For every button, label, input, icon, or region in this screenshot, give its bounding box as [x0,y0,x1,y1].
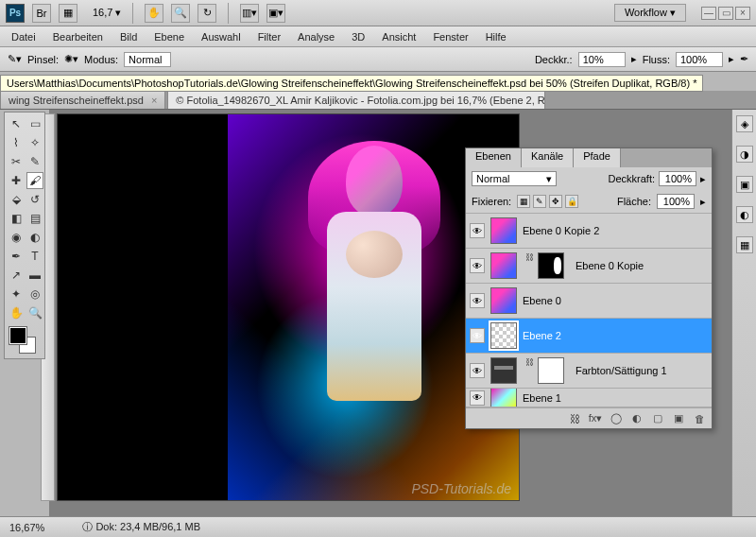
foreground-color-swatch[interactable] [9,327,26,344]
tab-close-icon[interactable]: × [151,95,157,106]
masks-panel-icon[interactable]: ▣ [736,176,753,193]
layer-row[interactable]: 👁 ⛓ Farbton/Sättigung 1 [466,354,712,389]
panel-tab-kanaele[interactable]: Kanäle [522,148,574,167]
document-tab[interactable]: wing Streifenscheineffekt.psd × [0,91,165,109]
menu-filter[interactable]: Filter [258,31,281,43]
zoom-combo[interactable]: 16,7 ▾ [93,7,121,19]
stamp-tool[interactable]: ⬙ [8,191,25,208]
adjustments-panel-icon[interactable]: ◑ [736,146,753,163]
blend-mode-select[interactable]: Normal▾ [472,171,557,186]
styles-panel-icon[interactable]: ◐ [736,206,753,223]
menu-ansicht[interactable]: Ansicht [382,31,416,43]
layer-name[interactable]: Ebene 0 [523,295,708,306]
status-doc-size[interactable]: ⓘ Dok: 23,4 MB/96,1 MB [82,520,200,534]
adjustment-layer-icon[interactable]: ◐ [630,412,644,425]
swatches-panel-icon[interactable]: ▦ [736,236,753,253]
opacity-input[interactable]: 100% [659,171,696,186]
brush-preset-icon[interactable]: ✎▾ [8,53,22,65]
layers-panel-icon[interactable]: ◈ [736,115,753,132]
layer-name[interactable]: Ebene 0 Kopie [576,260,708,271]
3d-camera-tool[interactable]: ◎ [26,286,43,303]
zoom-tool[interactable]: 🔍 [26,304,43,321]
new-layer-icon[interactable]: ▣ [672,412,685,425]
layer-name[interactable]: Ebene 1 [523,392,708,404]
layer-row[interactable]: 👁 Ebene 0 [466,284,712,319]
layer-name[interactable]: Ebene 2 [523,330,708,341]
bridge-icon[interactable]: Br [32,4,51,23]
lock-transparency-icon[interactable]: ▦ [517,195,530,208]
eyedropper-tool[interactable]: ✎ [26,153,43,170]
menu-analyse[interactable]: Analyse [298,31,335,43]
arrange-icon[interactable]: ▥▾ [240,4,259,23]
blend-mode-field[interactable]: Normal [124,52,171,67]
panel-tab-ebenen[interactable]: Ebenen [466,148,522,167]
menu-hilfe[interactable]: Hilfe [486,31,507,43]
close-button[interactable]: × [735,7,750,20]
layer-name[interactable]: Farbton/Sättigung 1 [576,365,708,376]
layer-thumbnail[interactable] [490,322,517,349]
airbrush-icon[interactable]: ✒ [740,53,748,65]
layer-style-icon[interactable]: fx▾ [589,412,602,425]
mask-thumbnail[interactable] [538,357,564,384]
layer-row[interactable]: 👁 Ebene 0 Kopie 2 [466,214,712,249]
minimize-button[interactable]: — [701,7,716,20]
3d-tool[interactable]: ✦ [8,286,25,303]
screen-mode-icon[interactable]: ▣▾ [266,4,285,23]
type-tool[interactable]: T [26,248,43,265]
crop-tool[interactable]: ✂ [8,153,25,170]
layer-row[interactable]: 👁 Ebene 1 [466,389,712,407]
opacity-field[interactable]: 10% [578,52,626,67]
visibility-icon[interactable]: 👁 [470,390,485,406]
visibility-icon[interactable]: 👁 [470,328,485,343]
blur-tool[interactable]: ◉ [8,229,25,246]
adjustment-thumbnail[interactable] [490,357,517,384]
group-icon[interactable]: ▢ [651,412,664,425]
color-swatches[interactable] [8,327,43,355]
menu-auswahl[interactable]: Auswahl [201,31,241,43]
mask-thumbnail[interactable] [538,252,564,279]
move-tool[interactable]: ↖ [8,115,25,132]
workspace-selector[interactable]: Workflow ▾ [614,4,686,22]
layer-thumbnail[interactable] [490,217,517,244]
status-zoom[interactable]: 16,67% [9,522,44,533]
layer-row[interactable]: 👁 ⛓ Ebene 0 Kopie [466,249,712,284]
flow-field[interactable]: 100% [676,52,723,67]
visibility-icon[interactable]: 👁 [470,293,485,308]
link-layers-icon[interactable]: ⛓ [568,412,581,425]
wand-tool[interactable]: ✧ [26,134,43,151]
brush-tip-icon[interactable]: ✺▾ [64,53,78,65]
lock-paint-icon[interactable]: ✎ [533,195,546,208]
menu-datei[interactable]: Datei [11,31,36,43]
menu-fenster[interactable]: Fenster [433,31,468,43]
dodge-tool[interactable]: ◐ [26,229,43,246]
zoom-tool-icon[interactable]: 🔍 [171,4,190,23]
menu-bild[interactable]: Bild [120,31,137,43]
film-icon[interactable]: ▦ [59,4,77,23]
brush-tool[interactable]: 🖌 [26,172,43,189]
shape-tool[interactable]: ▬ [26,267,43,284]
layer-thumbnail[interactable] [490,389,517,407]
delete-layer-icon[interactable]: 🗑 [693,412,706,425]
layer-thumbnail[interactable] [490,287,517,314]
visibility-icon[interactable]: 👁 [470,223,485,238]
rotate-view-icon[interactable]: ↻ [198,4,216,23]
chevron-icon[interactable]: ▸ [700,173,706,185]
document-tab[interactable]: © Fotolia_14982670_XL Amir Kaljikovic - … [167,91,545,109]
layer-name[interactable]: Ebene 0 Kopie 2 [523,225,708,236]
menu-bearbeiten[interactable]: Bearbeiten [53,31,103,43]
hand-tool-icon[interactable]: ✋ [145,4,163,23]
heal-tool[interactable]: ✚ [8,172,25,189]
pen-tool[interactable]: ✒ [8,248,25,265]
menu-3d[interactable]: 3D [352,31,365,43]
eraser-tool[interactable]: ◧ [8,210,25,227]
maximize-button[interactable]: ▭ [718,7,733,20]
gradient-tool[interactable]: ▤ [26,210,43,227]
panel-tab-pfade[interactable]: Pfade [574,148,621,167]
visibility-icon[interactable]: 👁 [470,258,485,273]
layer-row[interactable]: 👁 Ebene 2 [466,319,712,354]
lock-position-icon[interactable]: ✥ [549,195,562,208]
marquee-tool[interactable]: ▭ [26,115,43,132]
history-brush-tool[interactable]: ↺ [26,191,43,208]
fill-input[interactable]: 100% [657,194,695,209]
hand-tool[interactable]: ✋ [8,304,25,321]
